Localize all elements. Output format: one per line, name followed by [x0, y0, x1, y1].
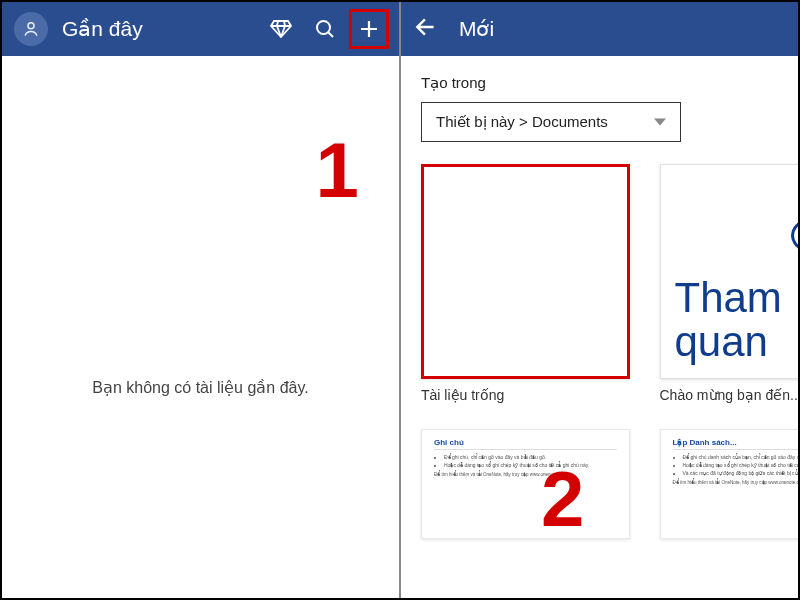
- template-notes[interactable]: Ghi chú Để ghi chú, chỉ cần gõ vào đây v…: [421, 429, 630, 539]
- page-title-new: Mới: [459, 17, 788, 41]
- notes-header: Ghi chú: [434, 438, 617, 450]
- pane-new: Mới Tạo trong Thiết bị này > Documents T…: [401, 2, 798, 598]
- svg-point-0: [28, 23, 34, 29]
- pane-recent: Gần đây Bạn không có tài liệu gần đây. 1: [2, 2, 399, 598]
- template-blank-col: Tài liệu trống: [421, 164, 630, 403]
- chevron-down-icon: [654, 116, 666, 128]
- search-icon: [313, 17, 337, 41]
- template-blank-label: Tài liệu trống: [421, 387, 630, 403]
- page-title: Gần đây: [62, 17, 261, 41]
- avatar[interactable]: [14, 12, 48, 46]
- template-welcome-col: Tham quan Chào mừng bạn đến...: [660, 164, 799, 403]
- recent-body: Bạn không có tài liệu gần đây. 1: [2, 56, 399, 598]
- plus-icon: [357, 17, 381, 41]
- welcome-title: Tham quan: [675, 276, 799, 364]
- arrow-left-icon: [413, 14, 439, 40]
- notes-bullets: Để ghi chú, chỉ cần gõ vào đây và bắt đầ…: [444, 454, 617, 469]
- search-button[interactable]: [305, 9, 345, 49]
- back-button[interactable]: [413, 14, 439, 44]
- template-welcome[interactable]: Tham quan: [660, 164, 799, 379]
- header-recent: Gần đây: [2, 2, 399, 56]
- person-icon: [21, 19, 41, 39]
- header-new: Mới: [401, 2, 798, 56]
- list-header: Lập Danh sách...: [673, 438, 799, 450]
- welcome-arrow-circle: [791, 215, 798, 256]
- template-list[interactable]: Lập Danh sách... Để ghi chú danh sách củ…: [660, 429, 799, 539]
- header-actions: [261, 9, 389, 49]
- diamond-icon: [269, 17, 293, 41]
- location-selector[interactable]: Thiết bị này > Documents: [421, 102, 681, 142]
- template-blank[interactable]: [421, 164, 630, 379]
- template-welcome-label: Chào mừng bạn đến...: [660, 387, 799, 403]
- template-row-2: Ghi chú Để ghi chú, chỉ cần gõ vào đây v…: [421, 429, 778, 539]
- create-in-label: Tạo trong: [421, 74, 778, 92]
- new-body: Tạo trong Thiết bị này > Documents Tài l…: [401, 56, 798, 598]
- new-button[interactable]: [349, 9, 389, 49]
- list-bullets: Để ghi chú danh sách của bạn, chỉ cần gõ…: [683, 454, 799, 477]
- empty-message: Bạn không có tài liệu gần đây.: [72, 378, 329, 397]
- svg-point-1: [317, 21, 330, 34]
- location-value: Thiết bị này > Documents: [436, 113, 608, 131]
- template-row-1: Tài liệu trống Tham quan Chào mừng bạn đ…: [421, 164, 778, 403]
- annotation-1: 1: [316, 131, 359, 209]
- premium-button[interactable]: [261, 9, 301, 49]
- annotation-2: 2: [541, 460, 584, 538]
